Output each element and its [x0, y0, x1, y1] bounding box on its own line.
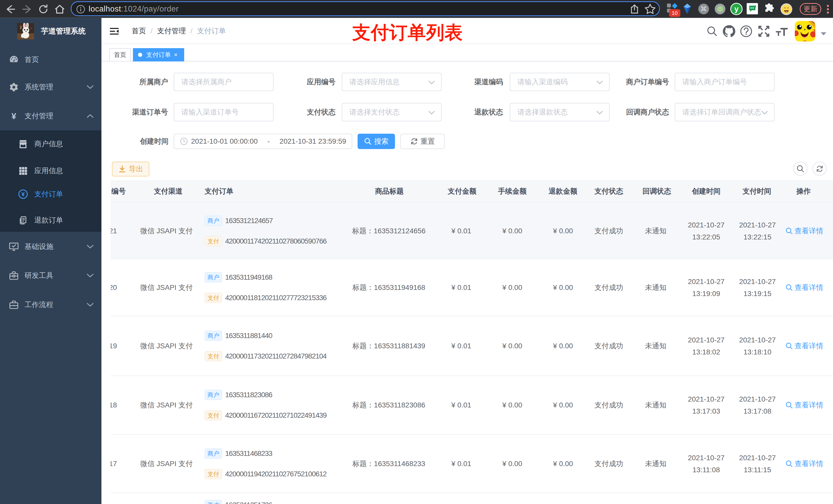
svg-text:⌘: ⌘: [700, 5, 707, 13]
svg-text:¥: ¥: [22, 191, 25, 197]
svg-text:y: y: [734, 5, 739, 13]
